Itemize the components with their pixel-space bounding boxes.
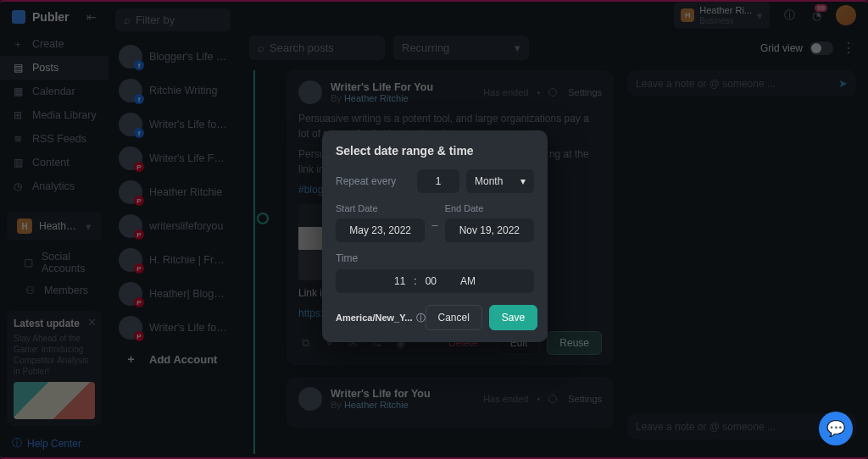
start-date-label: Start Date [336, 203, 425, 213]
chevron-down-icon: ▾ [520, 175, 526, 187]
chat-bubble-icon[interactable]: 💬 [819, 412, 853, 445]
repeat-value-input[interactable]: 1 [417, 169, 459, 193]
repeat-unit-select[interactable]: Month ▾ [466, 169, 534, 193]
end-date-input[interactable]: Nov 19, 2022 [445, 218, 534, 242]
repeat-label: Repeat every [336, 175, 410, 187]
timezone-label[interactable]: America/New_Y... ⓘ [336, 312, 426, 324]
info-icon: ⓘ [416, 312, 426, 324]
date-range-modal: Select date range & time Repeat every 1 … [322, 130, 548, 342]
time-input[interactable]: 11 : 00 AM [336, 269, 534, 293]
end-date-label: End Date [445, 203, 534, 213]
modal-title: Select date range & time [336, 144, 534, 158]
start-date-input[interactable]: May 23, 2022 [336, 218, 425, 242]
save-button[interactable]: Save [489, 305, 537, 330]
cancel-button[interactable]: Cancel [426, 305, 482, 330]
time-label: Time [336, 252, 534, 264]
